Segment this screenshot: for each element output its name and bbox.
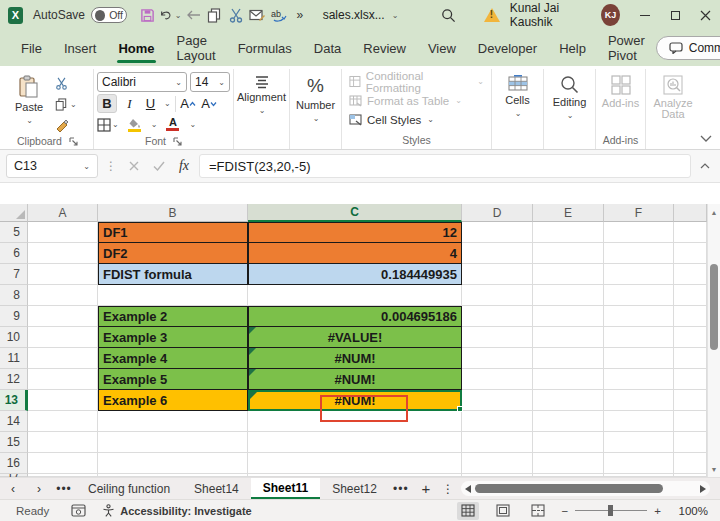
- zoom-slider[interactable]: [575, 510, 647, 511]
- cell-col-d[interactable]: [462, 264, 533, 285]
- font-name-select[interactable]: Calibri ⌄: [97, 72, 187, 92]
- row-header[interactable]: 9: [0, 306, 28, 327]
- cell-col-f[interactable]: [604, 306, 674, 327]
- ribbon-tab-data[interactable]: Data: [303, 30, 352, 66]
- cell-col-b[interactable]: Example 6: [98, 390, 248, 411]
- scroll-down-icon[interactable]: ▼: [708, 462, 720, 476]
- row-header[interactable]: 7: [0, 264, 28, 285]
- horizontal-scrollbar[interactable]: [461, 481, 710, 496]
- comments-button[interactable]: Comments: [656, 36, 720, 60]
- name-box[interactable]: C13 ⌄: [6, 154, 98, 178]
- bold-button[interactable]: B: [97, 94, 117, 113]
- email-button[interactable]: [248, 4, 267, 26]
- vertical-scrollbar[interactable]: ▲ ▼: [707, 204, 720, 477]
- underline-button[interactable]: U: [142, 94, 159, 113]
- cell-col-partial[interactable]: [674, 306, 707, 327]
- cell-col-e[interactable]: [533, 474, 604, 477]
- cell-col-f[interactable]: [604, 264, 674, 285]
- row-header[interactable]: 5: [0, 222, 28, 243]
- cell-col-c[interactable]: [248, 432, 462, 453]
- fill-handle[interactable]: [457, 406, 463, 412]
- conditional-formatting-button[interactable]: Conditional Formatting ⌄: [349, 74, 484, 89]
- undo-button[interactable]: ⌄: [159, 4, 181, 26]
- cell-col-a[interactable]: [28, 285, 98, 306]
- cell-col-e[interactable]: [533, 411, 604, 432]
- cell-col-c[interactable]: 4: [248, 243, 462, 264]
- cell-col-partial[interactable]: [674, 222, 707, 243]
- cell-col-a[interactable]: [28, 432, 98, 453]
- save-button[interactable]: [138, 4, 157, 26]
- horizontal-scroll-thumb[interactable]: [475, 484, 663, 493]
- cell-col-e[interactable]: [533, 348, 604, 369]
- cell-col-d[interactable]: [462, 411, 533, 432]
- column-header-b[interactable]: B: [98, 204, 248, 222]
- enter-entry-button[interactable]: [149, 156, 169, 176]
- cell-col-partial[interactable]: [674, 243, 707, 264]
- cell-col-f[interactable]: [604, 327, 674, 348]
- cell-col-c[interactable]: [248, 285, 462, 306]
- fill-color-button[interactable]: [126, 115, 143, 134]
- ribbon-tab-power-pivot[interactable]: Power Pivot: [597, 30, 656, 66]
- borders-button[interactable]: ⌄: [97, 115, 119, 134]
- ribbon-tab-formulas[interactable]: Formulas: [227, 30, 303, 66]
- copy-button[interactable]: [205, 4, 224, 26]
- cell-col-a[interactable]: [28, 348, 98, 369]
- cell-col-d[interactable]: [462, 348, 533, 369]
- cell-col-c[interactable]: #VALUE!: [248, 327, 462, 348]
- column-header-f[interactable]: F: [604, 204, 674, 222]
- decrease-font-button[interactable]: A: [201, 94, 218, 113]
- row-header[interactable]: 13: [0, 390, 28, 411]
- cell-col-f[interactable]: [604, 411, 674, 432]
- scroll-left-icon[interactable]: [465, 485, 471, 493]
- cell-col-a[interactable]: [28, 243, 98, 264]
- row-header[interactable]: 12: [0, 369, 28, 390]
- dialog-launcher-icon[interactable]: [173, 137, 182, 146]
- cell-col-b[interactable]: [98, 432, 248, 453]
- cut-button[interactable]: [226, 4, 245, 26]
- cancel-entry-button[interactable]: [124, 156, 144, 176]
- cell-col-partial[interactable]: [674, 411, 707, 432]
- ribbon-tab-view[interactable]: View: [417, 30, 467, 66]
- ribbon-tab-home[interactable]: Home: [107, 30, 165, 66]
- row-header[interactable]: 8: [0, 285, 28, 306]
- cell-col-e[interactable]: [533, 264, 604, 285]
- back-button[interactable]: [183, 4, 202, 26]
- cell-col-c[interactable]: #NUM!: [248, 348, 462, 369]
- collapse-ribbon-icon[interactable]: [700, 135, 712, 142]
- cell-col-a[interactable]: [28, 369, 98, 390]
- spell-check-button[interactable]: ab: [269, 4, 288, 26]
- document-title[interactable]: sales.xlsx... ⌄: [323, 8, 399, 22]
- sheet-tab-ceiling-function[interactable]: Ceiling function: [76, 478, 182, 499]
- autosave-toggle[interactable]: Off: [91, 7, 127, 23]
- font-size-select[interactable]: 14 ⌄: [190, 72, 230, 92]
- cell-col-a[interactable]: [28, 474, 98, 477]
- sheet-prev-button[interactable]: ‹: [0, 478, 26, 499]
- cell-col-f[interactable]: [604, 390, 674, 411]
- zoom-in-button[interactable]: +: [654, 505, 661, 517]
- cell-col-f[interactable]: [604, 285, 674, 306]
- cell-col-d[interactable]: [462, 243, 533, 264]
- cell-col-e[interactable]: [533, 369, 604, 390]
- cell-col-e[interactable]: [533, 432, 604, 453]
- cell-col-a[interactable]: [28, 327, 98, 348]
- cell-col-partial[interactable]: [674, 390, 707, 411]
- cell-col-c[interactable]: 0.004695186: [248, 306, 462, 327]
- analyze-data-button[interactable]: Analyze Data: [649, 70, 697, 120]
- sheet-tab-sheet11[interactable]: Sheet11: [251, 478, 320, 499]
- cell-col-a[interactable]: [28, 390, 98, 411]
- cell-styles-button[interactable]: Cell Styles ⌄: [349, 112, 484, 127]
- cell-col-e[interactable]: [533, 390, 604, 411]
- cell-col-b[interactable]: Example 3: [98, 327, 248, 348]
- row-header[interactable]: 6: [0, 243, 28, 264]
- row-header[interactable]: 17: [0, 474, 28, 477]
- cell-col-b[interactable]: DF1: [98, 222, 248, 243]
- cell-col-e[interactable]: [533, 453, 604, 474]
- cell-col-b[interactable]: Example 2: [98, 306, 248, 327]
- cell-col-c[interactable]: [248, 453, 462, 474]
- cells-button[interactable]: Cells ⌄: [495, 70, 540, 118]
- avatar[interactable]: KJ: [601, 4, 620, 26]
- cell-col-a[interactable]: [28, 222, 98, 243]
- cell-col-d[interactable]: [462, 222, 533, 243]
- cell-col-f[interactable]: [604, 243, 674, 264]
- cell-col-c[interactable]: [248, 474, 462, 477]
